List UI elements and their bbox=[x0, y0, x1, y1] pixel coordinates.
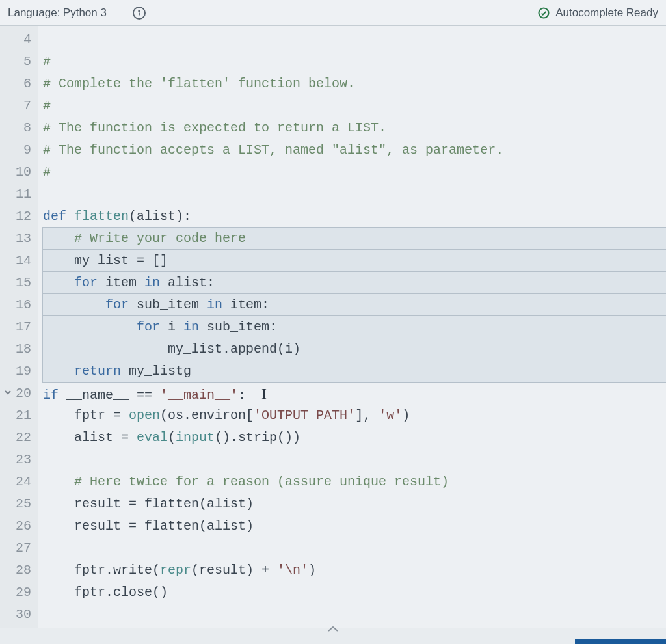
line-number: 21 bbox=[4, 405, 31, 427]
code-line[interactable]: for i in sub_item: bbox=[43, 316, 666, 338]
line-number: 4 bbox=[4, 29, 31, 51]
code-area[interactable]: ## Complete the 'flatten' function below… bbox=[38, 26, 666, 628]
code-line[interactable]: for item in alist: bbox=[43, 272, 666, 294]
code-line[interactable]: result = flatten(alist) bbox=[43, 515, 666, 537]
line-number: 5 bbox=[4, 51, 31, 73]
text-cursor: I bbox=[246, 385, 267, 402]
line-number: 29 bbox=[4, 582, 31, 604]
line-number: 25 bbox=[4, 493, 31, 515]
line-number: 17 bbox=[4, 316, 31, 338]
code-line[interactable]: # The function accepts a LIST, named "al… bbox=[43, 139, 666, 161]
line-number: 11 bbox=[4, 183, 31, 206]
code-line[interactable]: result = flatten(alist) bbox=[43, 493, 666, 515]
line-number: 20 bbox=[4, 382, 31, 405]
fold-chevron-icon[interactable] bbox=[4, 382, 12, 405]
line-number: 9 bbox=[4, 139, 31, 161]
language-selector[interactable]: Language: Python 3 bbox=[8, 7, 107, 20]
code-line[interactable]: # bbox=[43, 161, 666, 183]
editor-header: Language: Python 3 Autocomplete Ready bbox=[0, 0, 666, 26]
svg-point-0 bbox=[139, 10, 140, 12]
line-number: 15 bbox=[4, 272, 31, 294]
code-line[interactable]: my_list = [] bbox=[43, 250, 666, 272]
code-line[interactable]: fptr.write(repr(result) + '\n') bbox=[43, 559, 666, 582]
code-line[interactable]: my_list.append(i) bbox=[43, 338, 666, 360]
language-label: Language: bbox=[8, 7, 60, 19]
line-number: 13 bbox=[4, 228, 31, 250]
autocomplete-label: Autocomplete Ready bbox=[555, 7, 658, 20]
line-number: 14 bbox=[4, 250, 31, 272]
line-number: 22 bbox=[4, 427, 31, 449]
code-line[interactable]: return my_listg bbox=[43, 360, 666, 382]
code-line[interactable] bbox=[43, 29, 666, 51]
code-line[interactable] bbox=[43, 537, 666, 559]
code-line[interactable] bbox=[43, 604, 666, 626]
code-line[interactable]: # bbox=[43, 51, 666, 73]
code-line[interactable]: fptr.close() bbox=[43, 582, 666, 604]
code-line[interactable]: fptr = open(os.environ['OUTPUT_PATH'], '… bbox=[43, 405, 666, 427]
line-number: 30 bbox=[4, 604, 31, 626]
line-number: 18 bbox=[4, 338, 31, 360]
line-number: 26 bbox=[4, 515, 31, 537]
language-value: Python 3 bbox=[63, 7, 107, 19]
line-number: 24 bbox=[4, 471, 31, 493]
code-line[interactable]: # Complete the 'flatten' function below. bbox=[43, 73, 666, 95]
code-line[interactable]: # bbox=[43, 95, 666, 117]
line-number: 12 bbox=[4, 206, 31, 228]
code-line[interactable]: alist = eval(input().strip()) bbox=[43, 427, 666, 449]
code-line[interactable] bbox=[43, 449, 666, 471]
code-editor[interactable]: 4567891011121314151617181920212223242526… bbox=[0, 26, 666, 628]
collapse-arrow-icon[interactable] bbox=[327, 623, 339, 636]
code-line[interactable]: # The function is expected to return a L… bbox=[43, 117, 666, 139]
check-circle-icon bbox=[537, 7, 550, 20]
bottom-accent-bar bbox=[575, 639, 666, 644]
line-number-gutter: 4567891011121314151617181920212223242526… bbox=[0, 26, 38, 628]
code-line[interactable]: if __name__ == '__main__': I bbox=[43, 382, 666, 405]
autocomplete-status[interactable]: Autocomplete Ready bbox=[537, 7, 658, 20]
line-number: 16 bbox=[4, 294, 31, 316]
code-line[interactable]: # Here twice for a reason (assure unique… bbox=[43, 471, 666, 493]
line-number: 10 bbox=[4, 161, 31, 183]
code-line[interactable] bbox=[43, 183, 666, 206]
line-number: 19 bbox=[4, 360, 31, 382]
info-icon[interactable] bbox=[133, 7, 146, 20]
line-number: 27 bbox=[4, 537, 31, 559]
line-number: 23 bbox=[4, 449, 31, 471]
line-number: 6 bbox=[4, 73, 31, 95]
line-number: 8 bbox=[4, 117, 31, 139]
header-left: Language: Python 3 bbox=[8, 7, 146, 20]
line-number: 7 bbox=[4, 95, 31, 117]
line-number: 28 bbox=[4, 559, 31, 582]
code-line[interactable]: def flatten(alist): bbox=[43, 206, 666, 228]
code-line[interactable]: # Write your code here bbox=[43, 228, 666, 250]
code-line[interactable]: for sub_item in item: bbox=[43, 294, 666, 316]
